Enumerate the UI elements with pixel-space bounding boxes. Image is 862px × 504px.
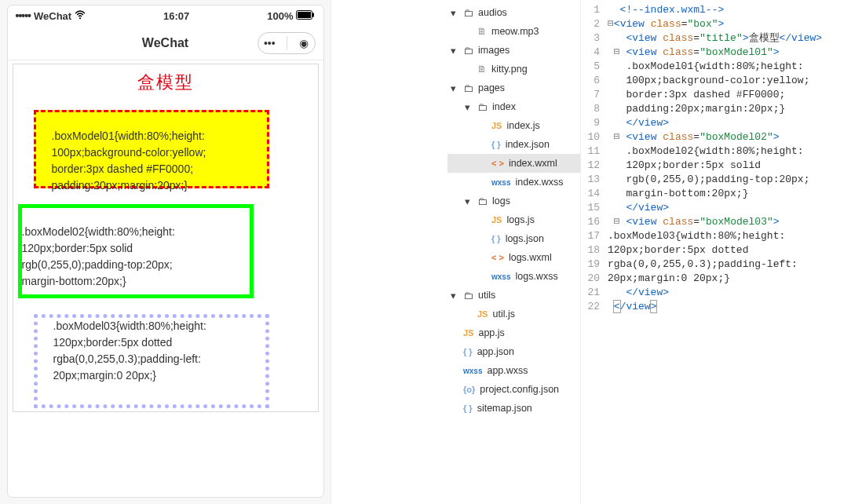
tree-folder[interactable]: ▾🗀audios [447,3,580,22]
code-line[interactable]: border:3px dashed #FF0000; [608,88,862,102]
tree-item-label: index.js [506,120,539,131]
clock-label: 16:07 [163,10,189,22]
folder-icon: 🗀 [477,195,488,207]
wxss-file-icon: wxss [463,367,482,375]
tree-item-label: app.js [478,327,504,338]
code-line[interactable]: </view> [608,300,862,314]
line-number: 5 [581,60,600,74]
tree-file[interactable]: < >index.wxml [447,154,580,173]
code-line[interactable]: <!--index.wxml--> [608,3,862,17]
line-number: 14 [581,187,600,201]
code-line[interactable]: .boxModel03{width:80%;height: [608,229,862,243]
line-number: 8 [581,102,600,116]
code-line[interactable]: </view> [608,201,862,215]
tree-file[interactable]: wxssindex.wxss [447,173,580,192]
tree-file[interactable]: JSlogs.js [447,210,580,229]
wxml-file-icon: < > [491,159,504,168]
code-line[interactable]: ⊟<view class="box"> [608,17,862,31]
tree-item-label: meow.mp3 [491,26,539,37]
code-line[interactable]: rgb(0,255,0);padding-top:20px; [608,173,862,187]
tree-file[interactable]: 🗎kitty.png [447,60,580,79]
code-line[interactable]: </view> [608,116,862,130]
folder-icon: 🗀 [477,101,488,113]
box-model-02: .boxModel02{width:80%;height: 120px;bord… [18,204,254,298]
wxml-file-icon: < > [491,253,504,262]
line-number: 22 [581,300,600,314]
editor-code[interactable]: <!--index.wxml-->⊟<view class="box"> <vi… [608,3,862,504]
code-line[interactable]: <view class="title">盒模型</view> [608,31,862,46]
more-icon[interactable]: ••• [264,37,276,49]
tree-file[interactable]: { }sitemap.json [447,399,580,418]
tree-item-label: index.wxml [509,158,557,169]
box-model-01: .boxModel01{width:80%;height: 100px;back… [34,110,270,188]
tree-folder[interactable]: ▾🗀index [447,97,580,116]
nav-title: WeChat [142,36,188,50]
svg-point-0 [79,17,81,19]
tree-item-label: logs [492,195,510,206]
code-line[interactable]: rgba(0,0,255,0.3);padding-left: [608,257,862,272]
code-line[interactable]: margin-bottom:20px;} [608,187,862,201]
caret-icon[interactable]: ▾ [465,101,473,113]
js-file-icon: JS [463,328,473,338]
json-file-icon: { } [491,234,501,243]
tree-file[interactable]: JSapp.js [447,323,580,342]
code-line[interactable]: ⊟ <view class="boxModel01"> [608,46,862,60]
json-file-icon: {o} [463,385,475,394]
caret-icon[interactable]: ▾ [451,45,458,57]
code-line[interactable]: </view> [608,286,862,300]
json-file-icon: { } [463,404,473,413]
tree-file[interactable]: { }logs.json [447,229,580,248]
carrier-label: WeChat [34,10,71,22]
js-file-icon: JS [491,121,502,130]
tree-file[interactable]: JSutil.js [447,305,580,323]
caret-icon[interactable]: ▾ [451,7,458,19]
tree-item-label: utils [478,290,495,301]
tree-item-label: pages [478,82,505,93]
tree-folder[interactable]: ▾🗀logs [447,192,580,210]
code-line[interactable]: ⊟ <view class="boxModel03"> [608,215,862,229]
json-file-icon: { } [491,140,501,149]
tree-file[interactable]: 🗎meow.mp3 [447,22,580,41]
json-file-icon: { } [463,347,473,356]
tree-folder[interactable]: ▾🗀utils [447,286,580,305]
outer-box-view: 盒模型 .boxModel01{width:80%;height: 100px;… [13,64,319,412]
tree-item-label: sitemap.json [477,403,532,414]
caret-icon[interactable]: ▾ [465,195,473,207]
tree-folder[interactable]: ▾🗀images [447,41,580,60]
tree-file[interactable]: {o}project.config.json [447,380,580,399]
folder-icon: 🗀 [463,82,473,94]
tree-item-label: logs.json [506,233,544,244]
code-line[interactable]: 100px;background-color:yellow; [608,74,862,88]
code-line[interactable]: .boxModel02{width:80%;height: [608,144,862,159]
tree-item-label: util.js [492,309,514,320]
code-line[interactable]: 20px;margin:0 20px;} [608,272,862,286]
file-icon: 🗎 [477,26,487,37]
tree-file[interactable]: JSindex.js [447,116,580,135]
line-number: 7 [581,88,600,102]
tree-file[interactable]: < >logs.wxml [447,248,580,267]
tree-item-label: kitty.png [491,64,528,75]
code-line[interactable]: ⊟ <view class="boxModel02"> [608,130,862,144]
capsule-group: ••• ◉ [258,32,316,54]
tree-file[interactable]: wxsslogs.wxss [447,267,580,286]
code-line[interactable]: padding:20px;margin:20px;} [608,102,862,116]
line-number: 21 [581,286,600,300]
status-left: ••••• WeChat [16,9,86,22]
code-line[interactable]: 120px;border:5px dotted [608,243,862,257]
line-number: 3 [581,31,600,46]
tree-file[interactable]: wxssapp.wxss [447,361,580,380]
page-content: 盒模型 .boxModel01{width:80%;height: 100px;… [8,60,323,428]
file-tree[interactable]: ▾🗀audios🗎meow.mp3▾🗀images🗎kitty.png▾🗀pag… [447,0,581,504]
line-number: 19 [581,257,600,272]
close-miniprogram-icon[interactable]: ◉ [299,37,309,49]
tree-file[interactable]: { }app.json [447,342,580,361]
caret-icon[interactable]: ▾ [451,82,458,94]
box-model-03: .boxModel03{width:80%;height: 120px;bord… [34,314,270,408]
caret-icon[interactable]: ▾ [451,290,458,301]
code-line[interactable]: .boxModel01{width:80%;height: [608,60,862,74]
code-line[interactable]: 120px;border:5px solid [608,159,862,173]
folder-icon: 🗀 [463,45,473,57]
code-editor[interactable]: 12345678910111213141516171819202122 <!--… [581,0,862,504]
tree-folder[interactable]: ▾🗀pages [447,79,580,97]
tree-file[interactable]: { }index.json [447,135,580,154]
